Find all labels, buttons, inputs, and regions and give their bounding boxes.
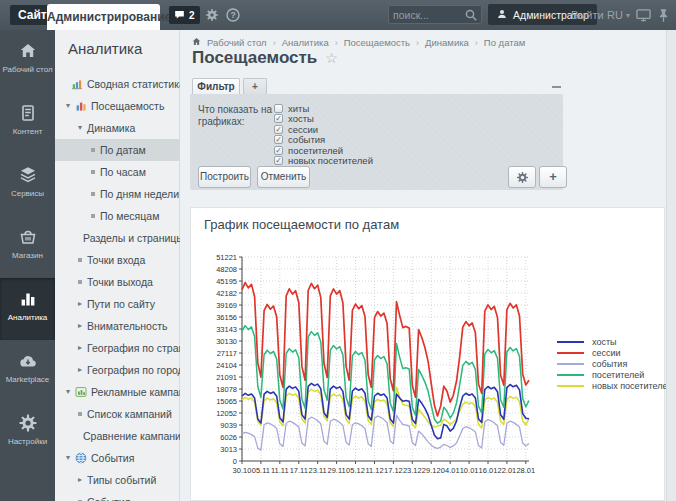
breadcrumb-item[interactable]: Рабочий стол [207, 37, 267, 48]
gear-icon[interactable] [205, 8, 219, 22]
sidebar-item-label: Пути по сайту [87, 298, 155, 310]
sidebar-item[interactable]: ▾Рекламные кампании [55, 381, 180, 403]
pin-icon[interactable] [659, 8, 673, 22]
filter-option[interactable]: хиты [274, 103, 373, 114]
svg-text:33143: 33143 [216, 325, 237, 334]
filter-option[interactable]: ✓сессии [274, 124, 373, 135]
svg-text:36156: 36156 [216, 313, 237, 322]
cancel-button[interactable]: Отменить [257, 166, 310, 188]
sidebar-item[interactable]: ▸География по странам [55, 337, 180, 359]
sidebar-item[interactable]: ▾События [55, 447, 180, 469]
svg-text:04.01: 04.01 [441, 466, 460, 475]
sidebar-item[interactable]: ▸Типы событий [55, 469, 180, 491]
checkbox-icon[interactable]: ✓ [274, 135, 283, 144]
sidebar-item-label: Точки выхода [87, 276, 153, 288]
sidebar-item[interactable]: ▸Внимательность [55, 315, 180, 337]
sidebar-item[interactable]: По месяцам [55, 205, 180, 227]
sidebar-item-label: По месяцам [100, 210, 159, 222]
filter-option[interactable]: ✓хосты [274, 114, 373, 125]
monitor-icon[interactable] [636, 8, 650, 22]
sidebar-item-label: Динамика [87, 122, 135, 134]
svg-text:0: 0 [233, 457, 237, 466]
breadcrumb-item[interactable]: По датам [484, 37, 525, 48]
filter-settings-button[interactable] [508, 166, 536, 188]
build-button[interactable]: Построить [198, 166, 251, 188]
rail-item-store[interactable]: Магазин [0, 216, 55, 278]
search-icon[interactable] [464, 8, 478, 26]
svg-text:39169: 39169 [216, 301, 237, 310]
sidebar-item[interactable]: По дням недели [55, 183, 180, 205]
breadcrumb-item[interactable]: Посещаемость [344, 37, 410, 48]
rail-item-analytics[interactable]: Аналитика [0, 278, 55, 340]
rail-item-services[interactable]: Сервисы [0, 154, 55, 216]
bullet-icon [78, 258, 82, 262]
checkbox-icon[interactable]: ✓ [274, 125, 283, 134]
breadcrumb: Рабочий стол›Аналитика›Посещаемость›Дина… [192, 37, 525, 48]
svg-text:27117: 27117 [217, 349, 237, 358]
search-box [388, 5, 482, 24]
checkbox-icon[interactable]: ✓ [274, 146, 283, 155]
sidebar-item-label: Разделы и страницы [83, 232, 184, 244]
sidebar-item[interactable]: По часам [55, 161, 180, 183]
chevron-down-icon: ▾ [66, 102, 70, 110]
home-icon[interactable] [192, 37, 201, 48]
svg-text:05.12: 05.12 [346, 466, 365, 475]
checkbox-icon[interactable]: ✓ [274, 114, 283, 123]
sidebar-item[interactable]: ▾Динамика [55, 117, 180, 139]
sidebar-item-label: Внимательность [87, 320, 167, 332]
filter-option[interactable]: ✓новых посетителей [274, 156, 373, 167]
sidebar-item[interactable]: ▾Посещаемость [55, 95, 180, 117]
sidebar-item[interactable]: Точки входа [55, 249, 180, 271]
page-title: Посещаемость [192, 48, 317, 68]
svg-text:17.12: 17.12 [384, 466, 403, 475]
svg-text:9039: 9039 [220, 421, 237, 430]
chevron-down-icon: ▾ [66, 388, 70, 396]
filter-tab[interactable]: Фильтр [192, 78, 240, 95]
filter-option[interactable]: ✓события [274, 135, 373, 146]
sidebar-item-label: События [87, 496, 130, 501]
rail-item-marketplace[interactable]: Marketplace [0, 340, 55, 402]
admin-tab[interactable]: Администрирование [47, 4, 160, 30]
sidebar-item[interactable]: Разделы и страницы [55, 227, 180, 249]
language-selector[interactable]: RU ▾ [607, 9, 630, 21]
filter-option-label: хосты [288, 113, 314, 124]
legend-item: события [557, 358, 672, 369]
bullet-icon [91, 214, 95, 218]
sidebar-item-label: Типы событий [87, 474, 156, 486]
sidebar-item[interactable]: Точки выхода [55, 271, 180, 293]
chevron-right-icon: ▸ [78, 300, 82, 308]
settings-icon [18, 412, 38, 434]
sidebar-item[interactable]: Сравнение кампаний [55, 425, 180, 447]
favorite-star-icon[interactable]: ☆ [325, 50, 338, 66]
svg-text:6026: 6026 [220, 433, 237, 442]
sidebar-item[interactable]: Сводная статистика [55, 73, 180, 95]
svg-text:28.01: 28.01 [516, 466, 535, 475]
svg-text:30.10: 30.10 [233, 466, 252, 475]
chart-card: 30.1005.1111.1117.1123.1129.1105.1211.12… [190, 207, 665, 501]
sidebar-item[interactable]: ▸География по городам [55, 359, 180, 381]
breadcrumb-item[interactable]: Аналитика [282, 37, 329, 48]
sidebar-item[interactable]: События [55, 491, 180, 501]
checkbox-icon[interactable] [274, 104, 283, 113]
sidebar: Аналитика Сводная статистика▾Посещаемост… [55, 30, 180, 501]
rail-item-desktop-home[interactable]: Рабочий стол [0, 30, 55, 92]
sidebar-item[interactable]: Список кампаний [55, 403, 180, 425]
sidebar-item[interactable]: ▸Пути по сайту [55, 293, 180, 315]
sidebar-item[interactable]: По датам [55, 139, 180, 161]
sidebar-item-label: Посещаемость [91, 100, 164, 112]
filter-option[interactable]: ✓посетителей [274, 145, 373, 156]
logout-link[interactable]: Выйти [571, 9, 604, 21]
rail-item-content[interactable]: Контент [0, 92, 55, 154]
checkbox-icon[interactable]: ✓ [274, 156, 283, 165]
breadcrumb-item[interactable]: Динамика [425, 37, 469, 48]
filter-add-button[interactable]: + [539, 166, 567, 188]
help-icon[interactable]: ? [226, 8, 240, 22]
chevron-down-icon: ▾ [626, 11, 630, 20]
scrollbar-track[interactable] [666, 30, 676, 501]
notifications-button[interactable]: 2 [169, 6, 200, 24]
collapse-filter-button[interactable] [552, 86, 561, 88]
add-filter-tab[interactable]: + [243, 78, 267, 95]
rail-item-settings[interactable]: Настройки [0, 402, 55, 464]
svg-text:05.11: 05.11 [252, 466, 270, 475]
search-input[interactable] [389, 6, 465, 23]
